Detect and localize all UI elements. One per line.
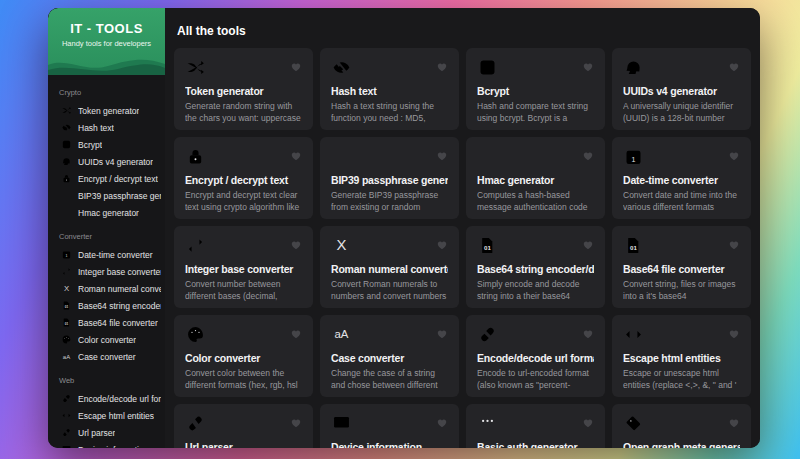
tool-card-hmac-generator[interactable]: Hmac generator Computes a hash-based mes… <box>466 137 605 219</box>
sidebar-item-base64-string-encoder[interactable]: Base64 string encoder/... <box>48 297 165 314</box>
sidebar-item-label: Date-time converter <box>78 250 153 260</box>
page-title: All the tools <box>177 24 751 38</box>
sidebar-item-color-converter[interactable]: Color converter <box>48 331 165 348</box>
file-digit-icon <box>623 235 644 256</box>
sidebar-item-label: Color converter <box>78 335 136 345</box>
favorite-heart-icon[interactable] <box>290 417 302 429</box>
tool-card-header <box>331 413 448 434</box>
tool-card-header <box>477 57 594 78</box>
tool-card-title: Bcrypt <box>477 85 594 97</box>
letter-case-icon <box>331 324 352 345</box>
tool-card-encode-decode-url-formatte[interactable]: Encode/decode url formatte... Encode to … <box>466 315 605 397</box>
tool-card-title: BIP39 passphrase generator <box>331 174 448 186</box>
sidebar-item-hash-text[interactable]: Hash text <box>48 119 165 136</box>
sidebar-item-token-generator[interactable]: Token generator <box>48 102 165 119</box>
tool-card-header <box>623 146 740 167</box>
sidebar-item-base64-file-converter[interactable]: Base64 file converter <box>48 314 165 331</box>
sidebar-item-bcrypt[interactable]: Bcrypt <box>48 136 165 153</box>
password-dots-icon <box>477 413 498 434</box>
tool-card-title: Url parser <box>185 441 302 448</box>
sidebar-item-escape-html-entities[interactable]: Escape html entities <box>48 407 165 424</box>
sidebar-nav: Crypto Token generator Hash text Bcrypt … <box>48 75 165 448</box>
favorite-heart-icon[interactable] <box>728 150 740 162</box>
tool-card-escape-html-entities[interactable]: Escape html entities Escape or unescape … <box>612 315 751 397</box>
favorite-heart-icon[interactable] <box>582 61 594 73</box>
sidebar-header[interactable]: IT - TOOLS Handy tools for developers <box>48 8 165 75</box>
favorite-heart-icon[interactable] <box>728 417 740 429</box>
tool-card-url-parser[interactable]: Url parser Parse an url string to get al… <box>174 404 313 448</box>
tool-card-title: Base64 string encoder/deco... <box>477 263 594 275</box>
tool-card-description: Hash a text string using the function yo… <box>331 101 448 126</box>
tool-card-title: Integer base converter <box>185 263 302 275</box>
tool-card-encrypt-decrypt-text[interactable]: Encrypt / decrypt text Encrypt and decry… <box>174 137 313 219</box>
favorite-heart-icon[interactable] <box>582 417 594 429</box>
tool-card-base64-string-encoder-deco[interactable]: Base64 string encoder/deco... Simply enc… <box>466 226 605 308</box>
tool-card-device-information[interactable]: Device information Get information about… <box>320 404 459 448</box>
tool-card-color-converter[interactable]: Color converter Convert color between th… <box>174 315 313 397</box>
sidebar-item-label: Roman numeral conver... <box>78 284 161 294</box>
tool-card-integer-base-converter[interactable]: Integer base converter Convert number be… <box>174 226 313 308</box>
tool-card-case-converter[interactable]: Case converter Change the case of a stri… <box>320 315 459 397</box>
tool-card-title: Basic auth generator <box>477 441 594 448</box>
tool-card-description: Hash and compare text string using bcryp… <box>477 101 594 126</box>
favorite-heart-icon[interactable] <box>436 150 448 162</box>
favorite-heart-icon[interactable] <box>582 328 594 340</box>
tool-card-bcrypt[interactable]: Bcrypt Hash and compare text string usin… <box>466 48 605 130</box>
sidebar-item-hmac-generator[interactable]: Hmac generator <box>48 204 165 221</box>
fingerprint-icon <box>61 156 72 167</box>
fingerprint-icon <box>623 57 644 78</box>
favorite-heart-icon[interactable] <box>728 239 740 251</box>
tool-card-open-graph-meta-generator[interactable]: Open graph meta generator Generate open-… <box>612 404 751 448</box>
sidebar-item-date-time-converter[interactable]: Date-time converter <box>48 246 165 263</box>
sidebar-item-label: Hmac generator <box>78 208 139 218</box>
tool-card-roman-numeral-converter[interactable]: Roman numeral converter Convert Roman nu… <box>320 226 459 308</box>
favorite-heart-icon[interactable] <box>728 61 740 73</box>
it-tools-window: IT - TOOLS Handy tools for developers Cr… <box>48 8 760 448</box>
favorite-heart-icon[interactable] <box>290 328 302 340</box>
tool-card-uuids-v4-generator[interactable]: UUIDs v4 generator A universally unique … <box>612 48 751 130</box>
favorite-heart-icon[interactable] <box>728 328 740 340</box>
favorite-heart-icon[interactable] <box>436 328 448 340</box>
sidebar-item-integer-base-converter[interactable]: Integer base converter <box>48 263 165 280</box>
sidebar-item-encode-decode-url-for[interactable]: Encode/decode url for... <box>48 390 165 407</box>
favorite-heart-icon[interactable] <box>290 150 302 162</box>
favorite-heart-icon[interactable] <box>582 150 594 162</box>
tool-card-date-time-converter[interactable]: Date-time converter Convert date and tim… <box>612 137 751 219</box>
tool-card-header <box>477 146 594 167</box>
sidebar-item-device-information[interactable]: Device information <box>48 441 165 448</box>
tool-card-header <box>477 235 594 256</box>
sidebar-item-roman-numeral-conver[interactable]: Roman numeral conver... <box>48 280 165 297</box>
letter-case-icon <box>61 351 72 362</box>
sidebar-item-bip39-passphrase-gen[interactable]: BIP39 passphrase gen... <box>48 187 165 204</box>
tool-card-hash-text[interactable]: Hash text Hash a text string using the f… <box>320 48 459 130</box>
sidebar-item-uuids-v4-generator[interactable]: UUIDs v4 generator <box>48 153 165 170</box>
sidebar-item-label: Token generator <box>78 106 139 116</box>
favorite-heart-icon[interactable] <box>290 239 302 251</box>
sidebar-item-label: Encrypt / decrypt text <box>78 174 158 184</box>
favorite-heart-icon[interactable] <box>436 61 448 73</box>
sidebar-item-label: Base64 string encoder/... <box>78 301 161 311</box>
tool-card-header <box>623 324 740 345</box>
favorite-heart-icon[interactable] <box>436 239 448 251</box>
sidebar-item-label: Bcrypt <box>78 140 102 150</box>
favorite-heart-icon[interactable] <box>436 417 448 429</box>
tool-card-description: Generate BIP39 passphrase from existing … <box>331 190 448 215</box>
tool-card-description: Escape or unescape html entities (replac… <box>623 368 740 393</box>
sidebar-item-encrypt-decrypt-text[interactable]: Encrypt / decrypt text <box>48 170 165 187</box>
arrows-left-right-icon <box>61 266 72 277</box>
sidebar-item-case-converter[interactable]: Case converter <box>48 348 165 365</box>
sidebar-item-url-parser[interactable]: Url parser <box>48 424 165 441</box>
tool-card-bip39-passphrase-generator[interactable]: BIP39 passphrase generator Generate BIP3… <box>320 137 459 219</box>
tool-card-header <box>331 57 448 78</box>
tool-card-header <box>331 146 448 167</box>
favorite-heart-icon[interactable] <box>582 239 594 251</box>
tool-card-description: Convert Roman numerals to numbers and co… <box>331 279 448 304</box>
tool-card-header <box>623 235 740 256</box>
sidebar-section: Crypto Token generator Hash text Bcrypt … <box>48 87 165 221</box>
tool-card-base64-file-converter[interactable]: Base64 file converter Convert string, fi… <box>612 226 751 308</box>
favorite-heart-icon[interactable] <box>290 61 302 73</box>
align-left-icon <box>331 146 352 167</box>
tool-card-basic-auth-generator[interactable]: Basic auth generator Generate a base64 b… <box>466 404 605 448</box>
tool-card-token-generator[interactable]: Token generator Generate random string w… <box>174 48 313 130</box>
app-title: IT - TOOLS <box>48 21 165 36</box>
